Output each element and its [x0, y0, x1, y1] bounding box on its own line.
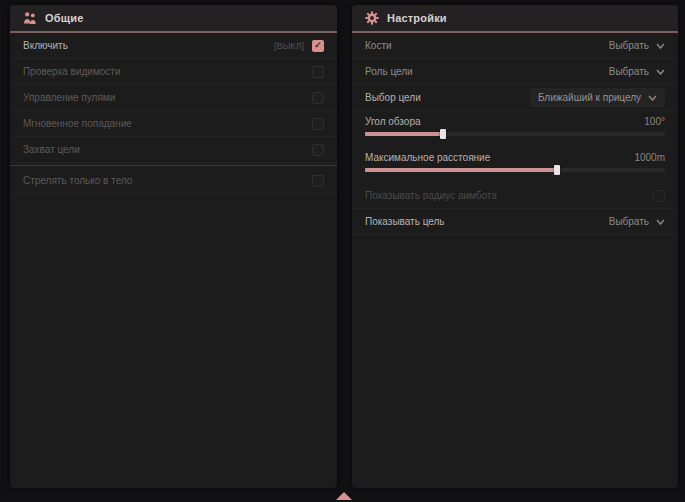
panel-general: Общие Включить[ВЫКЛ]✓Проверка видимостиУ… [10, 5, 337, 488]
slider-handle[interactable] [440, 129, 446, 139]
slider-value: 1000m [634, 152, 665, 163]
slider-fill [365, 168, 557, 172]
toggle-row-стрелять-только-в-тело[interactable]: Стрелять только в тело [10, 168, 337, 194]
checkbox[interactable] [312, 92, 324, 104]
chevron-down-icon [656, 219, 665, 225]
slider-track[interactable] [365, 132, 665, 136]
row-label: Включить [23, 40, 274, 51]
slider-row-угол-обзора: Угол обзора100° [352, 111, 678, 147]
dropdown-value: Выбрать [609, 66, 649, 77]
chevron-down-icon [656, 43, 665, 49]
keybind-hint: [ВЫКЛ] [274, 41, 304, 51]
checkbox[interactable] [312, 144, 324, 156]
panel-settings: Настройки КостиВыбратьРоль целиВыбратьВы… [352, 5, 678, 488]
checkbox[interactable] [312, 66, 324, 78]
checkbox[interactable]: ✓ [312, 40, 324, 52]
toggle-row-включить[interactable]: Включить[ВЫКЛ]✓ [10, 33, 337, 59]
dropdown[interactable]: Выбрать [609, 216, 665, 227]
people-icon [23, 11, 37, 25]
row-label: Показывать радиус аимбота [365, 190, 653, 201]
row-label: Выбор цели [365, 92, 530, 103]
toggle-row-показывать-радиус-аимбота[interactable]: Показывать радиус аимбота [352, 183, 678, 209]
row-label: Управление пулями [23, 92, 312, 103]
slider-fill [365, 132, 443, 136]
panel-general-rows: Включить[ВЫКЛ]✓Проверка видимостиУправле… [10, 33, 337, 194]
toggle-row-захват-цели[interactable]: Захват цели [10, 137, 337, 163]
row-label: Проверка видимости [23, 66, 312, 77]
dropdown-row-кости[interactable]: КостиВыбрать [352, 33, 678, 59]
panel-settings-rows: КостиВыбратьРоль целиВыбратьВыбор целиБл… [352, 33, 678, 235]
checkbox[interactable] [653, 190, 665, 202]
scroll-up-indicator[interactable] [336, 492, 352, 500]
checkbox[interactable] [312, 175, 324, 187]
toggle-row-проверка-видимости[interactable]: Проверка видимости [10, 59, 337, 85]
slider-track[interactable] [365, 168, 665, 172]
section-divider [10, 165, 337, 166]
slider-label: Угол обзора [365, 116, 421, 127]
panel-general-title: Общие [45, 12, 84, 24]
gear-icon [365, 11, 379, 25]
slider-row-максимальное-расстояние: Максимальное расстояние1000m [352, 147, 678, 183]
check-icon: ✓ [314, 41, 322, 50]
row-label: Мгновенное попадание [23, 118, 312, 129]
chevron-down-icon [656, 69, 665, 75]
row-label: Стрелять только в тело [23, 175, 312, 186]
dropdown-row-роль-цели[interactable]: Роль целиВыбрать [352, 59, 678, 85]
dropdown-value: Выбрать [609, 216, 649, 227]
dropdown[interactable]: Ближайший к прицелу [530, 88, 665, 107]
panel-settings-header: Настройки [352, 5, 678, 33]
slider-value: 100° [644, 116, 665, 127]
slider-handle[interactable] [554, 165, 560, 175]
toggle-row-управление-пулями[interactable]: Управление пулями [10, 85, 337, 111]
row-label: Роль цели [365, 66, 609, 77]
chevron-down-icon [648, 95, 657, 101]
slider-label: Максимальное расстояние [365, 152, 490, 163]
dropdown[interactable]: Выбрать [609, 40, 665, 51]
dropdown-value: Выбрать [609, 40, 649, 51]
dropdown-row-показывать-цель[interactable]: Показывать цельВыбрать [352, 209, 678, 235]
row-label: Захват цели [23, 144, 312, 155]
dropdown-row-выбор-цели[interactable]: Выбор целиБлижайший к прицелу [352, 85, 678, 111]
toggle-row-мгновенное-попадание[interactable]: Мгновенное попадание [10, 111, 337, 137]
checkbox[interactable] [312, 118, 324, 130]
dropdown[interactable]: Выбрать [609, 66, 665, 77]
row-label: Кости [365, 40, 609, 51]
panel-general-header: Общие [10, 5, 337, 33]
row-label: Показывать цель [365, 216, 609, 227]
panel-settings-title: Настройки [387, 12, 447, 24]
dropdown-value: Ближайший к прицелу [538, 92, 641, 103]
